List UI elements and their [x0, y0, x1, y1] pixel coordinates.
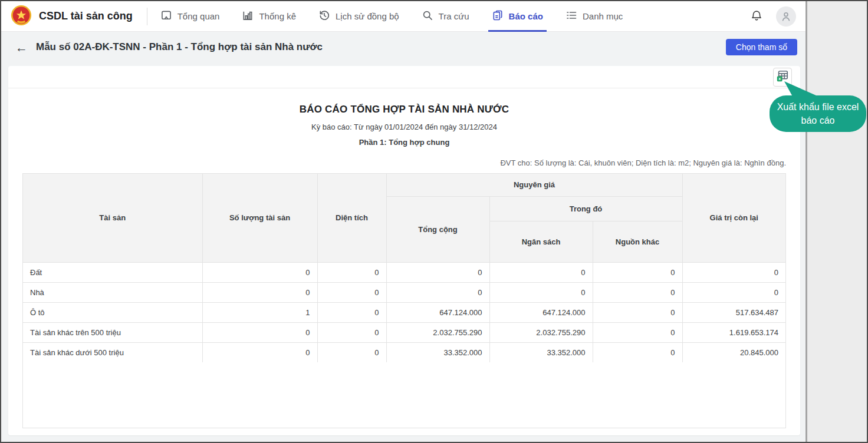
- nav-item-lich-su-dong-bo[interactable]: Lịch sử đồng bộ: [318, 1, 399, 32]
- col-header-tai-san: Tài sản: [23, 174, 202, 262]
- col-header-trong-do: Trong đó: [489, 196, 682, 221]
- table-row: Đất000000: [23, 262, 785, 282]
- col-header-so-luong: Số lượng tài sản: [202, 174, 317, 262]
- report-table: Tài sản Số lượng tài sản Diện tích Nguyê…: [23, 174, 785, 362]
- value-cell: 0: [593, 282, 682, 302]
- value-cell: 517.634.487: [682, 302, 785, 322]
- value-cell: 0: [317, 302, 386, 322]
- list-icon: [565, 9, 577, 23]
- nav-item-thong-ke[interactable]: Thống kê: [242, 1, 296, 32]
- window-edge-strip: [805, 1, 867, 442]
- col-header-gia-tri-con-lai: Giá trị còn lại: [682, 174, 785, 262]
- report-card: x BÁO CÁO TỔNG HỢP TÀI SẢN NHÀ NƯỚC Kỳ b…: [8, 66, 800, 435]
- nav-label: Thống kê: [259, 11, 296, 21]
- asset-name-cell: Tài sản khác dưới 500 triệu: [23, 342, 202, 362]
- value-cell: 33.352.000: [489, 342, 593, 362]
- value-cell: 1.619.653.174: [682, 322, 785, 342]
- value-cell: 0: [682, 282, 785, 302]
- value-cell: 0: [593, 262, 682, 282]
- nav-label: Báo cáo: [509, 11, 543, 21]
- value-cell: 1: [202, 302, 317, 322]
- nav-right: [750, 6, 796, 27]
- asset-name-cell: Ô tô: [23, 302, 202, 322]
- page-title: Mẫu số 02A-ĐK-TSNN - Phần 1 - Tổng hợp t…: [36, 41, 323, 53]
- value-cell: 0: [202, 282, 317, 302]
- value-cell: 647.124.000: [489, 302, 593, 322]
- table-row: Tài sản khác dưới 500 triệu0033.352.0003…: [23, 342, 785, 362]
- value-cell: 647.124.000: [386, 302, 489, 322]
- value-cell: 0: [682, 262, 785, 282]
- report-part: Phần 1: Tổng hợp chung: [8, 138, 800, 147]
- table-row: Tài sản khác trên 500 triệu002.032.755.2…: [23, 322, 785, 342]
- asset-name-cell: Nhà: [23, 282, 202, 302]
- value-cell: 0: [317, 282, 386, 302]
- col-header-tong-cong: Tổng cộng: [386, 196, 489, 262]
- asset-name-cell: Đất: [23, 262, 202, 282]
- search-icon: [422, 9, 433, 23]
- vietnam-emblem-logo: [11, 5, 32, 28]
- value-cell: 0: [489, 282, 593, 302]
- nav-label: Tra cứu: [439, 11, 469, 21]
- report-title: BÁO CÁO TỔNG HỢP TÀI SẢN NHÀ NƯỚC: [8, 104, 800, 115]
- value-cell: 0: [386, 262, 489, 282]
- export-tooltip: Xuất khẩu file excel báo cáo: [770, 95, 866, 132]
- table-row: Nhà000000: [23, 282, 785, 302]
- nav-item-bao-cao[interactable]: Báo cáo: [492, 1, 543, 32]
- nav-label: Lịch sử đồng bộ: [336, 11, 399, 21]
- nav-item-danh-muc[interactable]: Danh mục: [565, 1, 623, 32]
- value-cell: 33.352.000: [386, 342, 489, 362]
- value-cell: 2.032.755.290: [489, 322, 593, 342]
- unit-note: ĐVT cho: Số lượng là: Cái, khuôn viên; D…: [22, 158, 786, 167]
- value-cell: 0: [317, 342, 386, 362]
- history-icon: [318, 9, 330, 23]
- value-cell: 0: [386, 282, 489, 302]
- nav-label: Tổng quan: [177, 11, 220, 21]
- nav-item-tong-quan[interactable]: Tổng quan: [160, 1, 220, 32]
- top-navbar: CSDL tài sản công Tổng quan: [1, 1, 805, 32]
- value-cell: 0: [593, 342, 682, 362]
- brand: CSDL tài sản công: [11, 5, 133, 28]
- col-header-ngan-sach: Ngân sách: [489, 221, 593, 262]
- value-cell: 0: [593, 322, 682, 342]
- nav-item-tra-cuu[interactable]: Tra cứu: [422, 1, 469, 32]
- user-avatar-icon[interactable]: [776, 6, 796, 27]
- col-header-dien-tich: Diện tích: [317, 174, 386, 262]
- value-cell: 20.845.000: [682, 342, 785, 362]
- table-row: Ô tô10647.124.000647.124.0000517.634.487: [23, 302, 785, 322]
- table-header: Tài sản Số lượng tài sản Diện tích Nguyê…: [23, 174, 785, 262]
- asset-name-cell: Tài sản khác trên 500 triệu: [23, 322, 202, 342]
- table-body: Đất000000Nhà000000Ô tô10647.124.000647.1…: [23, 262, 785, 362]
- choose-parameters-button[interactable]: Chọn tham số: [726, 39, 797, 55]
- bell-icon[interactable]: [750, 9, 763, 24]
- report-period: Kỳ báo cáo: Từ ngày 01/01/2024 đến ngày …: [8, 123, 800, 131]
- value-cell: 0: [317, 322, 386, 342]
- main-nav: Tổng quan Thống kê: [160, 1, 623, 32]
- value-cell: 0: [202, 322, 317, 342]
- overview-icon: [160, 9, 172, 23]
- value-cell: 0: [202, 262, 317, 282]
- app-window: CSDL tài sản công Tổng quan: [0, 0, 868, 443]
- value-cell: 0: [202, 342, 317, 362]
- report-icon: [492, 9, 504, 23]
- col-header-nguon-khac: Nguồn khác: [593, 221, 682, 262]
- arrow-left-icon: ←: [15, 41, 28, 54]
- bar-chart-icon: [242, 9, 254, 23]
- value-cell: 0: [593, 302, 682, 322]
- back-button[interactable]: ←: [12, 40, 31, 55]
- col-header-nguyen-gia: Nguyên giá: [386, 174, 682, 196]
- divider: [147, 8, 147, 25]
- report-table-container: Tài sản Số lượng tài sản Diện tích Nguyê…: [22, 173, 786, 428]
- card-toolbar: x: [8, 66, 800, 88]
- value-cell: 0: [489, 262, 593, 282]
- page-header: ← Mẫu số 02A-ĐK-TSNN - Phần 1 - Tổng hợp…: [1, 32, 805, 62]
- nav-label: Danh mục: [583, 11, 623, 21]
- value-cell: 2.032.755.290: [386, 322, 489, 342]
- app-title: CSDL tài sản công: [39, 10, 133, 22]
- value-cell: 0: [317, 262, 386, 282]
